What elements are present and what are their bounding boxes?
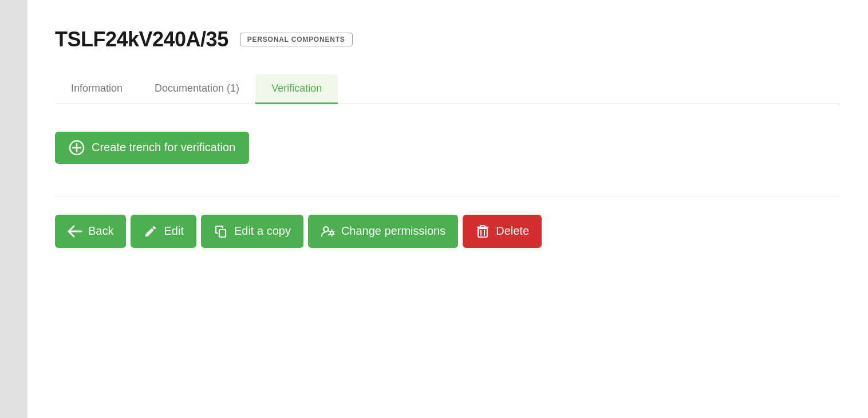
edit-label: Edit xyxy=(164,224,183,238)
action-buttons: Back Edit Edit a copy xyxy=(55,215,841,248)
permissions-icon xyxy=(321,224,336,239)
page-title: TSLF24kV240A/35 xyxy=(55,27,228,52)
back-button[interactable]: Back xyxy=(55,215,126,248)
edit-copy-label: Edit a copy xyxy=(234,224,291,238)
change-permissions-label: Change permissions xyxy=(341,224,445,238)
main-content: TSLF24kV240A/35 PERSONAL COMPONENTS Info… xyxy=(27,0,868,418)
delete-button[interactable]: Delete xyxy=(463,215,542,248)
tabs-container: Information Documentation (1) Verificati… xyxy=(55,74,841,104)
edit-copy-button[interactable]: Edit a copy xyxy=(201,215,303,248)
svg-rect-3 xyxy=(219,230,226,237)
personal-components-badge: PERSONAL COMPONENTS xyxy=(240,33,353,46)
sidebar xyxy=(0,0,27,418)
tab-documentation[interactable]: Documentation (1) xyxy=(139,74,255,104)
svg-rect-6 xyxy=(478,228,487,237)
add-circle-icon xyxy=(69,140,85,156)
back-icon xyxy=(68,224,82,239)
create-trench-button[interactable]: Create trench for verification xyxy=(55,132,249,164)
edit-button[interactable]: Edit xyxy=(131,215,196,248)
tab-information[interactable]: Information xyxy=(55,74,139,104)
edit-icon xyxy=(143,224,158,239)
delete-icon xyxy=(475,224,490,239)
delete-label: Delete xyxy=(496,224,529,238)
tab-verification[interactable]: Verification xyxy=(255,74,338,104)
back-label: Back xyxy=(88,224,113,238)
copy-icon xyxy=(214,224,228,239)
verification-content: Create trench for verification xyxy=(55,123,841,173)
create-trench-label: Create trench for verification xyxy=(92,141,235,154)
page-header: TSLF24kV240A/35 PERSONAL COMPONENTS xyxy=(55,27,841,52)
svg-point-4 xyxy=(323,227,328,231)
change-permissions-button[interactable]: Change permissions xyxy=(308,215,458,248)
section-divider xyxy=(55,196,841,196)
